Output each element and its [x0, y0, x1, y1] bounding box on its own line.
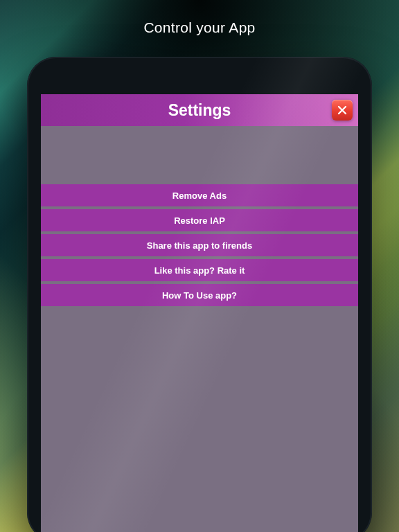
menu-item-label: Share this app to firends: [147, 240, 252, 251]
page-title: Settings: [168, 101, 231, 120]
menu-item-howto[interactable]: How To Use app?: [41, 284, 358, 306]
app-screen: Settings Remove Ads Restore IAP Share th…: [41, 94, 358, 532]
marketing-tagline: Control your App: [0, 19, 399, 36]
menu-item-restore-iap[interactable]: Restore IAP: [41, 209, 358, 231]
close-button[interactable]: [332, 100, 353, 121]
menu-item-label: Restore IAP: [174, 215, 225, 226]
menu-item-share[interactable]: Share this app to firends: [41, 234, 358, 256]
menu-item-label: How To Use app?: [162, 290, 237, 301]
menu-item-remove-ads[interactable]: Remove Ads: [41, 184, 358, 206]
menu-item-label: Like this app? Rate it: [154, 265, 245, 276]
close-icon: [337, 105, 347, 115]
spacer: [41, 126, 358, 184]
settings-list: Remove Ads Restore IAP Share this app to…: [41, 126, 358, 306]
title-bar: Settings: [41, 94, 358, 126]
tablet-frame: Settings Remove Ads Restore IAP Share th…: [27, 57, 372, 532]
menu-item-label: Remove Ads: [172, 190, 227, 201]
menu-item-rate[interactable]: Like this app? Rate it: [41, 259, 358, 281]
